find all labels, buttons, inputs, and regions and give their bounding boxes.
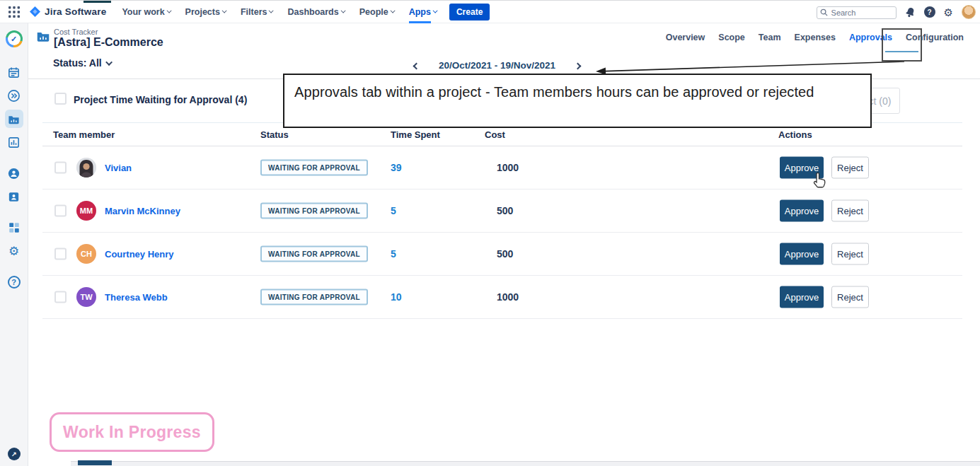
user-avatar[interactable] xyxy=(962,5,976,19)
period-label: 20/Oct/2021 - 19/Nov/2021 xyxy=(439,60,555,71)
chevron-down-icon xyxy=(433,8,438,13)
tab-scope[interactable]: Scope xyxy=(718,33,745,42)
section-title: Project Time Waiting for Approval (4) xyxy=(74,94,247,105)
search-input[interactable] xyxy=(817,6,897,19)
period-navigator: 20/Oct/2021 - 19/Nov/2021 xyxy=(7,57,980,73)
product-name: Jira Software xyxy=(45,6,106,17)
time-spent-link[interactable]: 39 xyxy=(391,162,402,173)
settings-gear-icon[interactable]: ⚙ xyxy=(944,7,953,18)
topnav-right: ? ⚙ xyxy=(817,1,976,23)
sidebar-item-apps[interactable] xyxy=(5,219,23,237)
status-badge: WAITING FOR APPROVAL xyxy=(260,289,368,305)
cost-value: 1000 xyxy=(497,291,519,303)
col-time-spent: Time Spent xyxy=(391,129,440,140)
jira-logo[interactable]: Jira Software xyxy=(30,6,106,17)
time-spent-link[interactable]: 5 xyxy=(391,248,396,260)
row-checkbox[interactable] xyxy=(54,162,67,174)
create-button[interactable]: Create xyxy=(449,4,490,21)
sidebar-item-skip[interactable] xyxy=(5,86,23,105)
member-name-link[interactable]: Vivian xyxy=(105,163,132,173)
page-title: [Astra] E-Commerce xyxy=(54,36,163,49)
col-cost: Cost xyxy=(485,129,505,140)
table-header: Team member Status Time Spent Cost Actio… xyxy=(42,128,962,146)
left-sidebar: ✓ xyxy=(0,23,28,466)
member-name-link[interactable]: Theresa Webb xyxy=(105,292,168,303)
col-actions: Actions xyxy=(778,129,812,140)
calendar-icon xyxy=(7,66,21,79)
reject-button[interactable]: Reject xyxy=(831,157,869,179)
chevron-right-icon xyxy=(575,63,582,70)
cost-value: 500 xyxy=(497,205,513,216)
horizontal-scrollbar-thumb[interactable] xyxy=(78,460,112,465)
help-icon[interactable]: ? xyxy=(924,6,935,18)
row-checkbox[interactable] xyxy=(54,291,67,303)
tab-expenses[interactable]: Expenses xyxy=(795,33,836,42)
bar-chart-icon xyxy=(7,136,21,149)
avatar: TW xyxy=(76,287,96,307)
sidebar-item-contacts[interactable] xyxy=(5,187,23,206)
col-status: Status xyxy=(260,129,289,140)
annotation-highlight xyxy=(882,28,922,62)
reject-button[interactable]: Reject xyxy=(831,200,869,222)
reject-button[interactable]: Reject xyxy=(831,243,869,265)
nav-item-apps[interactable]: Apps xyxy=(409,1,438,23)
folder-chart-icon xyxy=(7,112,21,126)
horizontal-scrollbar-track[interactable] xyxy=(71,461,980,466)
status-badge: WAITING FOR APPROVAL xyxy=(260,246,368,262)
prev-period-button[interactable] xyxy=(413,57,420,73)
project-folder-icon xyxy=(35,28,51,44)
user-card-icon xyxy=(7,190,21,204)
sidebar-item-teams[interactable] xyxy=(5,164,23,182)
approve-button[interactable]: Approve xyxy=(780,200,824,222)
next-period-button[interactable] xyxy=(574,57,582,73)
chevron-left-icon xyxy=(413,63,420,70)
nav-item-projects[interactable]: Projects xyxy=(185,1,227,23)
cost-value: 500 xyxy=(497,248,513,260)
annotation-box: Approvals tab within a project - Team me… xyxy=(283,74,872,128)
member-name-link[interactable]: Marvin McKinney xyxy=(105,206,180,216)
sidebar-item-settings[interactable]: ⚙ xyxy=(5,242,23,260)
row-checkbox[interactable] xyxy=(54,205,67,217)
launch-icon[interactable]: ↗ xyxy=(8,448,21,460)
app-name-label: Cost Tracker xyxy=(54,28,98,36)
search-box xyxy=(817,6,897,18)
status-badge: WAITING FOR APPROVAL xyxy=(260,160,368,176)
gear-icon: ⚙ xyxy=(8,245,19,257)
col-team-member: Team member xyxy=(53,129,115,140)
approve-button[interactable]: Approve xyxy=(780,157,824,179)
sidebar-item-projects[interactable] xyxy=(5,110,23,128)
sidebar-item-calendar[interactable] xyxy=(5,63,23,81)
search-icon xyxy=(820,8,828,16)
select-all-checkbox[interactable] xyxy=(54,93,67,105)
sidebar-item-reports[interactable] xyxy=(5,133,23,151)
tab-team[interactable]: Team xyxy=(759,33,781,42)
chevron-down-icon xyxy=(390,8,395,13)
row-checkbox[interactable] xyxy=(54,248,67,260)
double-chevron-icon xyxy=(7,89,21,103)
work-in-progress-badge: Work In Progress xyxy=(50,412,214,452)
chevron-down-icon xyxy=(166,8,171,13)
status-badge: WAITING FOR APPROVAL xyxy=(260,203,368,219)
nav-item-dashboards[interactable]: Dashboards xyxy=(287,1,345,23)
cost-tracker-logo-icon[interactable]: ✓ xyxy=(6,30,23,47)
approve-button[interactable]: Approve xyxy=(780,286,824,308)
time-spent-link[interactable]: 5 xyxy=(391,205,396,216)
table-row: Vivian WAITING FOR APPROVAL 39 1000 Appr… xyxy=(42,146,962,190)
table-row: MM Marvin McKinney WAITING FOR APPROVAL … xyxy=(42,190,962,233)
time-spent-link[interactable]: 10 xyxy=(391,291,402,303)
chevron-down-icon xyxy=(340,8,345,13)
member-photo xyxy=(76,158,96,177)
notifications-bell-icon[interactable] xyxy=(904,6,917,19)
nav-item-your-work[interactable]: Your work xyxy=(122,1,171,23)
reject-button[interactable]: Reject xyxy=(831,286,869,308)
avatar: MM xyxy=(76,201,96,221)
sidebar-item-help[interactable]: ? xyxy=(5,273,23,291)
jira-diamond-icon xyxy=(30,6,40,17)
nav-item-people[interactable]: People xyxy=(359,1,396,23)
chevron-down-icon xyxy=(269,8,274,13)
tab-overview[interactable]: Overview xyxy=(666,33,705,42)
member-name-link[interactable]: Courtney Henry xyxy=(105,249,174,260)
approve-button[interactable]: Approve xyxy=(780,243,824,265)
nav-item-filters[interactable]: Filters xyxy=(241,1,275,23)
app-switcher-icon[interactable] xyxy=(8,6,20,18)
